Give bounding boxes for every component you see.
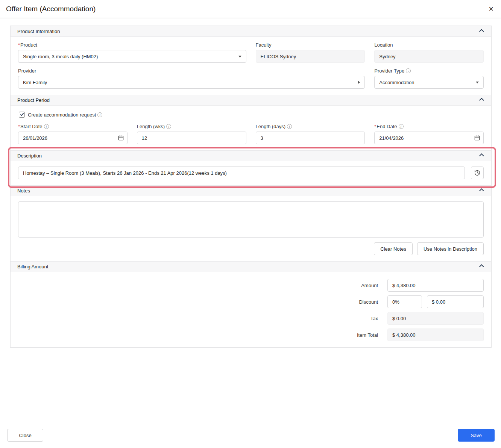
end-date-label: End Date (374, 124, 484, 129)
section-title: Description (17, 153, 42, 159)
checkbox-label: Create accommodation request (28, 112, 96, 118)
modal-header: Offer Item (Accommodation) × (0, 0, 501, 18)
length-days-label: Length (days) (256, 124, 365, 129)
section-title: Notes (17, 188, 30, 194)
section-body-description (11, 161, 491, 185)
history-icon (474, 170, 481, 176)
section-billing-amount: Billing Amount Amount Discount Tax $ 0.0… (11, 261, 491, 347)
chevron-up-icon[interactable] (479, 29, 484, 34)
use-notes-in-description-button[interactable]: Use Notes in Description (417, 242, 484, 255)
end-date-input[interactable] (374, 132, 484, 144)
product-select-value: Single room, 3 meals daily (HM02) (23, 54, 98, 59)
section-header-product-period[interactable]: Product Period (11, 95, 491, 106)
save-button[interactable]: Save (458, 429, 495, 442)
info-icon[interactable] (287, 124, 292, 129)
offer-item-form-panel: Product Information Product Single room,… (10, 26, 492, 348)
section-body-notes: Clear Notes Use Notes in Description (11, 196, 491, 261)
section-header-product-information[interactable]: Product Information (11, 26, 491, 37)
modal-footer: Close Save (0, 429, 501, 448)
info-icon[interactable] (44, 124, 49, 129)
location-readonly-field: Sydney (374, 50, 484, 63)
section-notes: Notes Clear Notes Use Notes in Descripti… (11, 185, 491, 261)
discount-amount-input[interactable] (427, 295, 484, 308)
chevron-up-icon[interactable] (479, 264, 484, 269)
item-total-row: Item Total $ 4,380.00 (18, 328, 484, 341)
product-field: Product Single room, 3 meals daily (HM02… (18, 42, 246, 63)
close-icon[interactable]: × (489, 5, 493, 13)
provider-lookup-value: Kim Family (23, 80, 47, 85)
start-date-label: Start Date (18, 124, 128, 129)
length-days-field: Length (days) (256, 124, 365, 144)
section-title: Product Period (17, 97, 50, 103)
description-input[interactable] (18, 166, 465, 179)
section-product-period: Product Period Create accommodation requ… (11, 95, 491, 150)
faculty-label: Faculty (256, 42, 365, 48)
chevron-down-icon (238, 56, 241, 58)
section-header-notes[interactable]: Notes (11, 185, 491, 196)
discount-percent-input[interactable] (387, 295, 422, 308)
clear-notes-button[interactable]: Clear Notes (374, 242, 413, 255)
product-select[interactable]: Single room, 3 meals daily (HM02) (18, 50, 246, 63)
notes-textarea[interactable] (18, 201, 484, 238)
location-field: Location Sydney (374, 42, 484, 63)
item-total-label: Item Total (357, 332, 378, 338)
section-body-billing-amount: Amount Discount Tax $ 0.00 Item Total (11, 272, 491, 347)
provider-label: Provider (18, 68, 365, 74)
discount-label: Discount (359, 299, 378, 305)
chevron-down-icon (476, 82, 479, 83)
provider-type-select-value: Accommodation (379, 80, 414, 85)
start-date-field: Start Date (18, 124, 128, 144)
length-wks-field: Length (wks) (137, 124, 246, 144)
discount-row: Discount (18, 295, 484, 308)
amount-input[interactable] (387, 279, 484, 292)
reset-description-button[interactable] (471, 166, 484, 179)
provider-type-select[interactable]: Accommodation (374, 76, 484, 89)
page-title: Offer Item (Accommodation) (6, 5, 96, 13)
section-title: Product Information (17, 29, 60, 34)
faculty-field: Faculty ELICOS Sydney (256, 42, 365, 63)
info-icon[interactable] (399, 124, 404, 129)
info-icon[interactable] (406, 68, 411, 73)
end-date-field: End Date (374, 124, 484, 144)
section-title: Billing Amount (17, 264, 48, 269)
provider-type-label: Provider Type (374, 68, 484, 74)
chevron-right-icon (358, 81, 360, 84)
amount-row: Amount (18, 279, 484, 292)
location-label: Location (374, 42, 484, 48)
info-icon[interactable] (97, 112, 102, 117)
start-date-input[interactable] (18, 132, 128, 144)
section-body-product-information: Product Single room, 3 meals daily (HM02… (11, 37, 491, 95)
item-total-readonly-field: $ 4,380.00 (387, 328, 484, 341)
amount-label: Amount (361, 283, 378, 288)
section-body-product-period: Create accommodation request Start Date (11, 106, 491, 150)
close-button[interactable]: Close (7, 429, 43, 442)
faculty-readonly-field: ELICOS Sydney (256, 50, 365, 63)
calendar-icon[interactable] (474, 135, 480, 141)
section-header-billing-amount[interactable]: Billing Amount (11, 261, 491, 272)
tax-label: Tax (370, 316, 378, 321)
chevron-up-icon[interactable] (479, 98, 484, 103)
info-icon[interactable] (166, 124, 171, 129)
length-wks-input[interactable] (137, 132, 246, 144)
section-description: Description (11, 150, 491, 185)
length-wks-label: Length (wks) (137, 124, 246, 129)
checkbox-checked-icon[interactable] (19, 112, 25, 118)
chevron-up-icon[interactable] (479, 153, 484, 158)
product-label: Product (18, 42, 246, 48)
section-product-information: Product Information Product Single room,… (11, 26, 491, 95)
create-accommodation-request-checkbox[interactable]: Create accommodation request (19, 112, 484, 118)
tax-row: Tax $ 0.00 (18, 312, 484, 325)
provider-lookup[interactable]: Kim Family (18, 76, 365, 89)
chevron-up-icon[interactable] (479, 188, 484, 193)
tax-readonly-field: $ 0.00 (387, 312, 484, 325)
provider-field: Provider Kim Family (18, 68, 365, 89)
calendar-icon[interactable] (118, 135, 124, 141)
length-days-input[interactable] (256, 132, 365, 144)
provider-type-field: Provider Type Accommodation (374, 68, 484, 89)
section-header-description[interactable]: Description (11, 150, 491, 161)
